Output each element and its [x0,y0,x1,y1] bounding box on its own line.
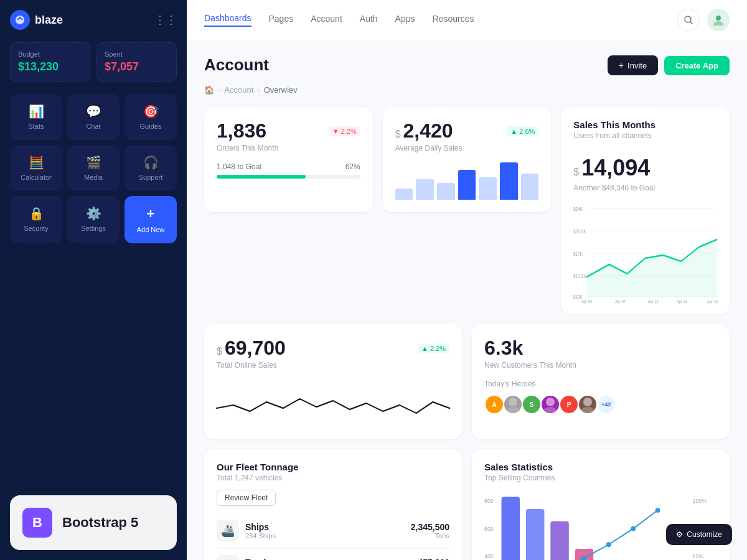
page-title: Account [204,55,269,75]
invite-button[interactable]: + Invite [608,55,658,75]
sidebar-header: blaze ⋮⋮ [10,10,177,30]
nav-pages[interactable]: Pages [269,14,294,26]
ships-sub: 234 Ships [245,532,276,539]
bottom-grid: Our Fleet Tonnage Total 1,247 vehicles R… [204,449,730,560]
svg-point-43 [631,526,636,531]
spent-value: $7,057 [105,60,169,73]
sales-subtitle: Users from all channels [573,131,717,140]
media-icon: 🎬 [86,155,101,170]
nav-dashboards[interactable]: Dashboards [204,13,251,27]
ships-name: Ships [245,522,276,532]
svg-point-21 [546,398,555,406]
bar-7 [521,174,539,200]
guides-icon: 🎯 [143,104,159,119]
breadcrumb-home[interactable]: 🏠 [204,85,214,95]
content-area: Account + Invite Create App 🏠 › Account … [187,40,747,560]
new-customers-card: 6.3k New Customers This Month Today's He… [472,324,730,439]
sidebar-item-chat[interactable]: 💬 Chat [67,94,120,140]
second-row: $ 69,700 ▲ 2.2% Total Online Sales 6.3k … [204,324,730,439]
stats-label: Stats [28,123,44,130]
hero-3: S [522,394,542,414]
svg-text:600: 600 [484,526,494,532]
sidebar-item-stats[interactable]: 📊 Stats [10,94,62,140]
search-button[interactable] [677,9,700,31]
sales-title: Sales This Months [573,119,717,130]
svg-rect-29 [550,521,569,560]
trucks-name: Trucks [245,558,284,560]
avatar-icon [712,13,725,27]
svg-text:$20.5K: $20.5K [573,228,586,235]
chat-icon: 💬 [86,104,101,119]
svg-text:Apr 04: Apr 04 [581,299,592,304]
orders-label: Orders This Month [217,144,360,152]
online-value: 69,700 [225,337,286,360]
svg-point-44 [655,508,660,513]
ships-value: 2,345,500 [411,522,449,532]
daily-value: 2,420 [403,119,453,142]
daily-sales-card: $ 2,420 ▲ 2.6% Average Daily Sales [383,107,552,212]
hero-5: P [559,394,579,414]
logo: blaze [10,10,63,30]
svg-point-3 [716,16,721,21]
spent-label: Spent [105,50,169,58]
orders-top-row: 1,836 ▼ 2.2% [217,119,360,142]
nav-account[interactable]: Account [311,14,342,26]
svg-point-42 [606,542,611,547]
svg-text:$24K: $24K [573,206,583,212]
svg-text:$13.5K: $13.5K [573,273,586,279]
sidebar-item-media[interactable]: 🎬 Media [67,145,120,191]
menu-icon[interactable]: ⋮⋮ [154,13,177,27]
review-fleet-button[interactable]: Review Fleet [217,490,276,506]
online-top: $ 69,700 ▲ 2.2% [217,337,449,360]
online-badge: ▲ 2.2% [418,343,449,353]
sidebar-item-support[interactable]: 🎧 Support [125,145,177,191]
heroes-section: Today's Heroes A S P [484,380,717,414]
chat-label: Chat [86,123,100,130]
nav-resources[interactable]: Resources [433,14,474,26]
sidebar-item-guides[interactable]: 🎯 Guides [125,94,177,140]
sidebar-item-security[interactable]: 🔒 Security [10,196,62,243]
bar-2 [416,179,434,200]
svg-text:60%: 60% [693,553,704,559]
fleet-title: Our Fleet Tonnage [217,462,449,472]
svg-text:400: 400 [484,553,494,559]
bar-6 [500,162,518,200]
nav-grid: 📊 Stats 💬 Chat 🎯 Guides 🧮 Calculator 🎬 M… [10,94,177,243]
topnav-right [677,9,730,31]
heroes-row: A S P +42 [484,394,717,414]
stats-icon: 📊 [29,104,44,119]
svg-text:100%: 100% [693,498,707,504]
page-header: Account + Invite Create App [204,55,730,75]
bar-1 [395,189,413,200]
bar-5 [479,177,497,200]
bootstrap-icon: B [22,508,52,538]
daily-title-row: $ 2,420 [395,119,453,142]
sidebar-item-settings[interactable]: ⚙️ Settings [67,196,120,243]
support-icon: 🎧 [143,155,159,170]
stats-grid: 1,836 ▼ 2.2% Orders This Month 1,048 to … [204,107,730,314]
fleet-card: Our Fleet Tonnage Total 1,247 vehicles R… [204,449,462,560]
nav-auth[interactable]: Auth [360,14,378,26]
orders-goal-pct: 62% [345,162,360,171]
plus-icon: + [619,60,624,70]
trucks-value: 457,200 [418,558,449,560]
user-avatar[interactable] [707,9,730,31]
orders-progress-fill [217,175,306,179]
nav-apps[interactable]: Apps [395,14,415,26]
budget-card: Budget $13,230 [10,42,90,82]
customers-label: New Customers This Month [484,361,717,370]
sales-line-chart: $24K $20.5K $17K $13.5K $10K [573,202,717,302]
create-app-button[interactable]: Create App [664,56,730,75]
sidebar-item-calculator[interactable]: 🧮 Calculator [10,145,62,191]
customize-button[interactable]: ⚙ Customize [666,524,732,545]
wave-chart [217,377,449,427]
sales-sub: Another $48,346 to Goal [573,184,717,192]
fleet-trucks-row: 🚛 Trucks 1,460 Trucks 457,200 Tons [217,549,449,560]
sidebar-item-add-new[interactable]: + Add New [125,196,177,243]
logo-icon [10,10,30,30]
hero-2 [503,394,523,414]
budget-label: Budget [18,50,82,58]
security-label: Security [24,225,49,232]
breadcrumb: 🏠 › Account › Overwiev [204,85,730,95]
breadcrumb-account[interactable]: Account [224,85,253,95]
